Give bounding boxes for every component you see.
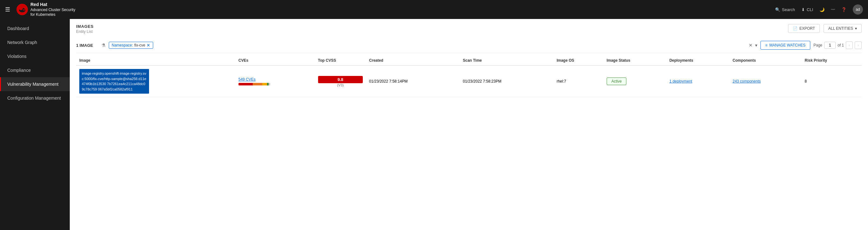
sidebar: Dashboard Network Graph Violations Compl… xyxy=(0,19,70,230)
cvss-bar-high xyxy=(253,83,262,85)
filter-icon[interactable]: ⚗ xyxy=(101,43,105,48)
cell-deployments: 1 deployment xyxy=(666,66,730,97)
filter-actions: ✕ ▾ xyxy=(749,43,757,48)
moon-icon: 🌙 xyxy=(819,7,825,12)
cell-created: 01/23/2022 7:58:14PM xyxy=(366,66,460,97)
cvss-version: (V3) xyxy=(318,83,363,87)
activity-icon: 〰 xyxy=(831,7,835,12)
help-icon: ❓ xyxy=(841,7,846,12)
cell-image-os: rhel:7 xyxy=(553,66,603,97)
page-input[interactable] xyxy=(824,42,836,49)
cell-scan-time: 01/23/2022 7:58:23PM xyxy=(460,66,553,97)
filter-tags: Namespace: fix-cve ✕ xyxy=(109,42,746,49)
sidebar-item-vulnerability-management[interactable]: Vulnerability Management xyxy=(0,77,70,91)
header-actions: 📄 EXPORT ALL ENTITIES ▾ xyxy=(788,24,862,33)
activity-button[interactable]: 〰 xyxy=(831,7,835,12)
main-content: IMAGES Entity List 📄 EXPORT ALL ENTITIES… xyxy=(70,19,868,230)
sidebar-item-configuration-management[interactable]: Configuration Management xyxy=(0,91,70,105)
col-created: Created xyxy=(366,56,460,66)
next-page-button[interactable]: › xyxy=(855,41,862,49)
user-avatar[interactable]: ad xyxy=(853,4,863,14)
theme-toggle[interactable]: 🌙 xyxy=(819,7,825,12)
logo-area: Red Hat Advanced Cluster Security for Ku… xyxy=(17,2,75,17)
col-top-cvss: Top CVSS xyxy=(315,56,366,66)
page-title: IMAGES xyxy=(76,24,94,29)
configuration-management-label: Configuration Management xyxy=(7,95,61,101)
cvss-bar-medium xyxy=(262,83,267,85)
filter-tag-namespace-close[interactable]: ✕ xyxy=(147,43,150,47)
cvss-bar-critical xyxy=(239,83,253,85)
sidebar-item-compliance[interactable]: Compliance xyxy=(0,63,70,77)
col-scan-time: Scan Time xyxy=(460,56,553,66)
hamburger-menu[interactable]: ☰ xyxy=(5,6,10,13)
page-of: of 1 xyxy=(838,43,844,47)
created-value: 01/23/2022 7:58:14PM xyxy=(369,79,407,83)
images-table: Image CVEs Top CVSS Created Scan Time Im… xyxy=(76,56,862,97)
export-icon: 📄 xyxy=(793,26,798,31)
cvss-bar xyxy=(239,83,270,85)
filter-tag-namespace: Namespace: fix-cve ✕ xyxy=(109,42,153,49)
scan-time-value: 01/23/2022 7:58:23PM xyxy=(463,79,501,83)
col-components: Components xyxy=(730,56,801,66)
vulnerability-management-label: Vulnerability Management xyxy=(7,82,58,87)
clear-filter-button[interactable]: ✕ xyxy=(749,43,752,48)
cli-button[interactable]: ⬇ CLI xyxy=(801,7,813,12)
cell-risk-priority: 8 xyxy=(801,66,862,97)
sidebar-item-dashboard[interactable]: Dashboard xyxy=(0,22,70,35)
compliance-label: Compliance xyxy=(7,68,31,73)
col-image-os: Image OS xyxy=(553,56,603,66)
image-name-value[interactable]: image-registry.openshift-image-registry.… xyxy=(79,69,149,93)
top-navigation: ☰ Red Hat Advanced Cluster Security for … xyxy=(0,0,868,19)
logo-text: Red Hat Advanced Cluster Security for Ku… xyxy=(30,2,75,17)
cell-cves: 549 CVEs xyxy=(235,66,315,97)
filter-bar: 1 IMAGE ⚗ Namespace: fix-cve ✕ ✕ ▾ ≡ MAN… xyxy=(76,38,862,53)
dashboard-label: Dashboard xyxy=(7,26,29,31)
images-table-wrapper: Image CVEs Top CVSS Created Scan Time Im… xyxy=(76,56,862,97)
status-badge: Active xyxy=(607,78,627,85)
export-button[interactable]: 📄 EXPORT xyxy=(788,24,820,33)
manage-watches-button[interactable]: ≡ MANAGE WATCHES xyxy=(761,41,810,50)
violations-label: Violations xyxy=(7,54,26,59)
cves-link[interactable]: 549 CVEs xyxy=(239,77,256,82)
list-icon: ≡ xyxy=(765,43,768,47)
components-link[interactable]: 243 components xyxy=(733,79,761,83)
cell-components: 243 components xyxy=(730,66,801,97)
chevron-down-icon: ▾ xyxy=(855,26,857,31)
image-count: 1 IMAGE xyxy=(76,43,98,48)
filter-dropdown-arrow[interactable]: ▾ xyxy=(755,43,757,48)
nav-right: 🔍 Search ⬇ CLI 🌙 〰 ❓ ad xyxy=(775,4,863,14)
table-row: image-registry.openshift-image-registry.… xyxy=(76,66,862,97)
cell-image-status: Active xyxy=(603,66,666,97)
col-image-status: Image Status xyxy=(603,56,666,66)
filter-tag-namespace-value: fix-cve xyxy=(134,43,145,47)
cell-image-name: image-registry.openshift-image-registry.… xyxy=(76,66,235,97)
pagination: Page of 1 ‹ › xyxy=(813,41,862,49)
col-risk-priority: Risk Priority xyxy=(801,56,862,66)
risk-priority-value: 8 xyxy=(805,79,807,83)
cvss-bar-unknown xyxy=(269,83,270,85)
network-graph-label: Network Graph xyxy=(7,40,37,45)
sidebar-item-network-graph[interactable]: Network Graph xyxy=(0,35,70,49)
deployments-link[interactable]: 1 deployment xyxy=(670,79,692,83)
page-header: IMAGES Entity List 📄 EXPORT ALL ENTITIES… xyxy=(76,24,862,34)
prev-page-button[interactable]: ‹ xyxy=(846,41,853,49)
image-os-value: rhel:7 xyxy=(557,79,566,83)
col-deployments: Deployments xyxy=(666,56,730,66)
all-entities-button[interactable]: ALL ENTITIES ▾ xyxy=(824,24,862,33)
cell-top-cvss: 9.8 (V3) xyxy=(315,66,366,97)
search-icon: 🔍 xyxy=(775,7,780,12)
page-subtitle: Entity List xyxy=(76,29,94,34)
filter-tag-namespace-label: Namespace: xyxy=(112,43,133,47)
col-cves: CVEs xyxy=(235,56,315,66)
table-header-row: Image CVEs Top CVSS Created Scan Time Im… xyxy=(76,56,862,66)
redhat-logo-icon xyxy=(17,4,28,15)
svg-point-2 xyxy=(19,7,23,10)
sidebar-item-violations[interactable]: Violations xyxy=(0,49,70,63)
cvss-score-value: 9.8 xyxy=(318,76,363,83)
page-title-section: IMAGES Entity List xyxy=(76,24,94,34)
search-button[interactable]: 🔍 Search xyxy=(775,7,795,12)
download-icon: ⬇ xyxy=(801,7,805,12)
page-label: Page xyxy=(813,43,822,47)
col-image: Image xyxy=(76,56,235,66)
help-button[interactable]: ❓ xyxy=(841,7,846,12)
